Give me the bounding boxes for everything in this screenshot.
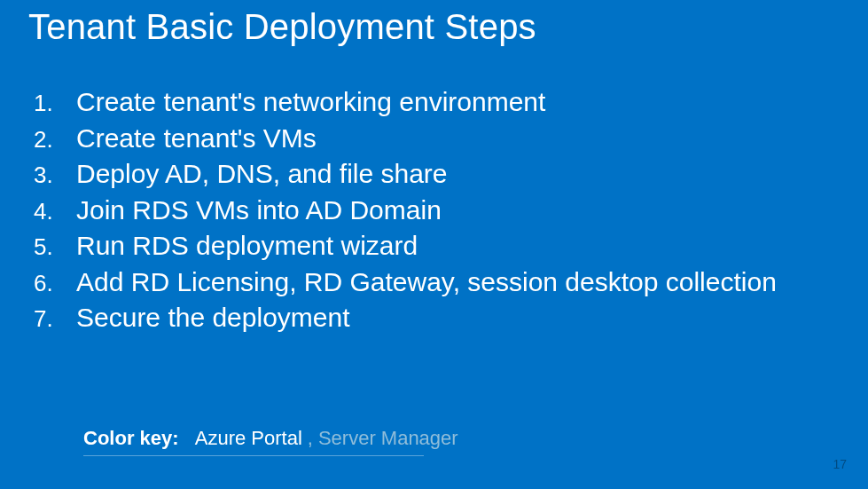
item-number: 3. xyxy=(34,160,76,191)
list-item: 7. Secure the deployment xyxy=(34,300,841,336)
list-item: 5. Run RDS deployment wizard xyxy=(34,228,841,264)
color-key-separator: , xyxy=(308,427,313,450)
item-number: 1. xyxy=(34,88,76,119)
page-number: 17 xyxy=(833,457,847,471)
color-key-server: Server Manager xyxy=(318,427,458,450)
item-text: Secure the deployment xyxy=(76,300,841,336)
slide-title: Tenant Basic Deployment Steps xyxy=(27,7,841,47)
item-number: 2. xyxy=(34,124,76,155)
list-item: 6. Add RD Licensing, RD Gateway, session… xyxy=(34,264,841,301)
color-key-label: Color key: xyxy=(83,427,179,450)
slide: Tenant Basic Deployment Steps 1. Create … xyxy=(0,0,868,489)
color-key-underline xyxy=(83,455,424,456)
item-text: Run RDS deployment wizard xyxy=(76,228,841,264)
list-item: 1. Create tenant's networking environmen… xyxy=(34,84,841,121)
color-key: Color key: Azure Portal, Server Manager xyxy=(83,427,458,450)
list-item: 2. Create tenant's VMs xyxy=(34,121,841,157)
item-text: Deploy AD, DNS, and file share xyxy=(76,156,841,193)
item-text: Join RDS VMs into AD Domain xyxy=(76,193,841,229)
item-text: Add RD Licensing, RD Gateway, session de… xyxy=(76,264,841,301)
item-text: Create tenant's VMs xyxy=(76,121,841,157)
item-number: 7. xyxy=(34,304,76,335)
item-number: 4. xyxy=(34,196,76,227)
item-text: Create tenant's networking environment xyxy=(76,84,841,121)
item-number: 6. xyxy=(34,268,76,299)
color-key-azure: Azure Portal xyxy=(195,427,302,450)
item-number: 5. xyxy=(34,232,76,263)
list-item: 4. Join RDS VMs into AD Domain xyxy=(34,193,841,229)
steps-list: 1. Create tenant's networking environmen… xyxy=(27,84,841,336)
list-item: 3. Deploy AD, DNS, and file share xyxy=(34,156,841,193)
